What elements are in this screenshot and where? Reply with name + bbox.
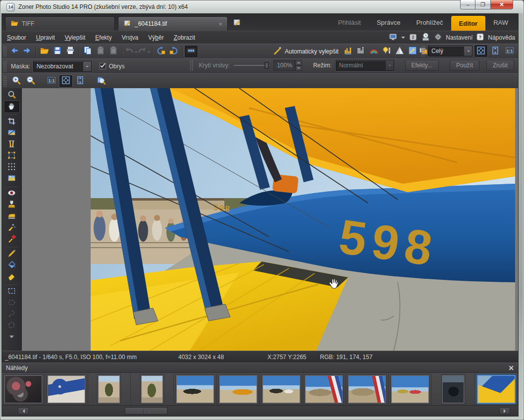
print-button[interactable] [64, 46, 77, 57]
zoom-in-button[interactable] [10, 75, 23, 87]
maximize-button[interactable]: ❐ [475, 0, 490, 9]
levels-button[interactable] [342, 46, 355, 57]
thumb-airfield-striped-plane[interactable] [176, 375, 214, 404]
new-editor-tab-icon[interactable] [233, 18, 242, 28]
scroll-left-button[interactable] [18, 407, 29, 415]
doc-tab-tiff[interactable]: TIFF [5, 16, 115, 31]
paintbrush-tool[interactable] [4, 248, 19, 260]
menu-soubor[interactable]: Soubor [2, 34, 31, 41]
title-bar[interactable]: 14 Zoner Photo Studio 14 PRO (zkušební v… [2, 0, 518, 14]
menu-výběr[interactable]: Výběr [143, 34, 168, 41]
forward-button[interactable] [21, 46, 34, 57]
shortcuts-badge-icon[interactable]: 2 [409, 33, 418, 43]
paste-as-new-button[interactable] [107, 46, 120, 57]
open-button[interactable] [38, 46, 51, 57]
crop-tool[interactable] [4, 116, 19, 127]
thumb-biplane-tricolor-rudder-1[interactable] [305, 375, 343, 404]
thumb-biplane-tricolor-rudder-2[interactable] [348, 375, 386, 404]
zoom-fit-button[interactable] [59, 75, 72, 87]
layer-bar-grip[interactable] [190, 60, 193, 71]
zoom-toolbar-grip[interactable] [3, 76, 6, 87]
menu-vylepšit[interactable]: Vylepšit [60, 34, 91, 41]
save-button[interactable] [51, 46, 64, 57]
zoom-out-button[interactable] [24, 75, 37, 87]
zoom-100-button[interactable]: 1:1 [45, 75, 58, 87]
module-tab-prohlížeč[interactable]: Prohlížeč [408, 14, 451, 31]
help-icon[interactable]: ? [476, 33, 484, 43]
menu-efekty[interactable]: Efekty [90, 34, 116, 41]
display-mode-caret[interactable] [401, 37, 405, 41]
rotate-left-button[interactable] [155, 46, 167, 57]
news-icon[interactable] [421, 32, 430, 43]
deform-tool[interactable] [4, 150, 19, 161]
toolbar-grip[interactable] [3, 46, 6, 57]
thumb-plane-row[interactable] [391, 375, 429, 404]
red-eye-tool[interactable] [4, 188, 19, 199]
curves-button[interactable] [355, 46, 367, 57]
doc-tab--6041184-tif[interactable]: _6041184.tif× [118, 16, 228, 31]
close-button[interactable]: ✕ [490, 0, 513, 9]
display-mode-icon[interactable] [388, 32, 398, 43]
effects-button[interactable]: Efekty... [405, 60, 439, 71]
layer-opacity-slider[interactable] [234, 62, 269, 69]
auto-enhance-button[interactable]: Automaticky vylepšit [269, 45, 342, 58]
zoom-level-combo[interactable]: Celý [428, 46, 472, 56]
paste-button[interactable] [94, 46, 107, 57]
thumbnails-panel-header[interactable]: Náhledy ✕ [2, 363, 518, 372]
eraser-tool[interactable] [4, 271, 19, 282]
healing-brush-tool[interactable] [4, 233, 19, 245]
copy-button[interactable] [81, 46, 94, 57]
photo-canvas[interactable]: 598 598 [91, 88, 515, 351]
thumb-camo-figure-2[interactable] [141, 375, 163, 404]
hand-tool[interactable] [4, 101, 19, 112]
fit-width-button[interactable] [489, 45, 502, 57]
rotate-right-button[interactable] [167, 46, 180, 57]
colors-button[interactable] [367, 46, 380, 57]
mask-toolbar-grip[interactable] [3, 61, 6, 72]
thumb-camo-figure-1[interactable] [98, 375, 120, 404]
effect-brush-tool[interactable] [4, 222, 19, 233]
module-tab-raw[interactable]: RAW [485, 14, 516, 31]
blend-mode-combo[interactable]: Normální [336, 60, 394, 71]
place-image-tool[interactable] [4, 173, 19, 184]
menu-upravit[interactable]: Upravit [31, 34, 60, 41]
filmstrip-toggle-button[interactable] [185, 46, 198, 57]
mask-mode-combo[interactable]: Nezobrazovat [33, 61, 92, 72]
layer-opacity-value[interactable]: 100% [273, 60, 302, 71]
thumb-blue-yellow-biplane-598[interactable] [477, 375, 516, 404]
menu-zobrazit[interactable]: Zobrazit [169, 34, 200, 41]
scroll-right-button[interactable] [499, 407, 510, 415]
sharpen-button[interactable] [393, 46, 406, 57]
thumb-airfield-parked-planes[interactable] [262, 375, 301, 404]
straighten-tool[interactable] [4, 127, 19, 139]
zoom-tool[interactable] [4, 90, 19, 101]
opacity-up-button[interactable] [295, 60, 302, 65]
toolbar-grip-2[interactable] [421, 46, 424, 56]
thumb-cockpit-interior[interactable] [442, 375, 465, 404]
tools-scroll-down[interactable] [4, 331, 19, 343]
thumbnails-close-icon[interactable]: ✕ [508, 364, 514, 372]
opacity-down-button[interactable] [295, 65, 302, 71]
polygon-select-tool[interactable] [4, 320, 19, 331]
settings-menu[interactable]: Nastavení [446, 34, 472, 41]
undo-button[interactable] [124, 46, 137, 57]
navigator-button[interactable] [95, 75, 107, 87]
module-tab-přihlásit[interactable]: Přihlásit [330, 14, 368, 31]
filmstrip-scrollbar[interactable] [2, 405, 518, 416]
thumb-engine-closeup[interactable] [4, 375, 43, 404]
fit-whole-button[interactable] [474, 45, 487, 57]
minimize-button[interactable]: – [460, 0, 475, 9]
mesh-warp-tool[interactable] [4, 161, 19, 173]
module-tab-správce[interactable]: Správce [369, 14, 409, 31]
one-to-one-button[interactable]: 1:1 [503, 45, 516, 57]
perspective-tool[interactable] [4, 139, 19, 150]
tab-close-icon[interactable]: × [218, 20, 222, 28]
apply-button[interactable]: Použít [450, 60, 479, 71]
redo-button[interactable] [137, 46, 150, 57]
outline-checkbox[interactable] [100, 63, 106, 69]
lasso-tool[interactable] [4, 309, 19, 320]
thumb-airfield-yellow-plane[interactable] [219, 375, 258, 404]
exposure-button[interactable] [380, 46, 393, 57]
help-menu[interactable]: Nápověda [488, 34, 515, 41]
iron-tool[interactable] [4, 210, 19, 222]
